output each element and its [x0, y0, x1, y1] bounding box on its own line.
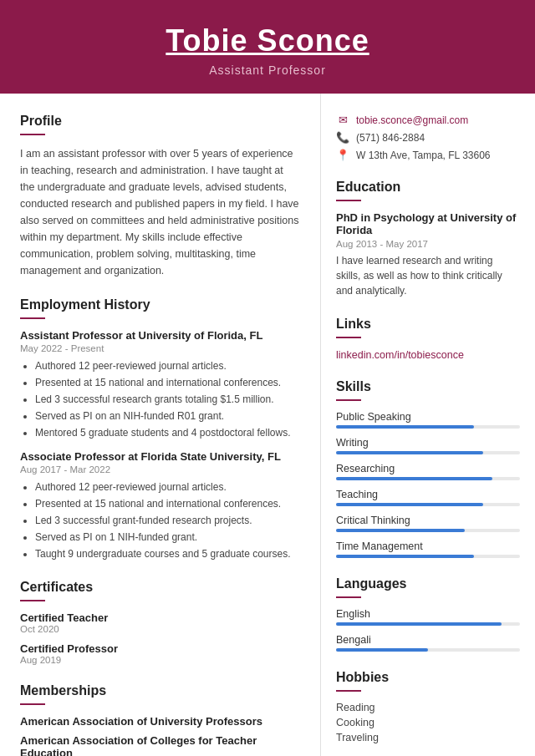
job-2: Associate Professor at Florida State Uni… [20, 450, 300, 561]
memberships-title: Memberships [20, 683, 300, 698]
skill-bar-bg [336, 555, 520, 558]
phone-text: (571) 846-2884 [356, 132, 425, 144]
language-label: English [336, 608, 520, 620]
language-bar-bg [336, 648, 520, 652]
skill-bar-bg [336, 503, 520, 506]
skill-row: Researching [336, 463, 520, 480]
profile-text: I am an assistant professor with over 5 … [20, 145, 300, 279]
phone-icon: 📞 [336, 131, 349, 144]
certificates-divider [20, 600, 45, 601]
links-section: Links linkedin.com/in/tobiesconce [336, 317, 520, 361]
skill-bar-fill [336, 425, 474, 429]
membership-1: American Association of University Profe… [20, 715, 300, 728]
language-bar-fill [336, 622, 502, 626]
hobbies-section: Hobbies ReadingCookingTraveling [336, 670, 520, 743]
list-item: Led 3 successful grant-funded research p… [35, 513, 300, 528]
profile-title: Profile [20, 114, 300, 129]
skill-label: Writing [336, 437, 520, 449]
list-item: Presented at 15 national and internation… [35, 375, 300, 390]
language-row: English [336, 608, 520, 626]
job-1: Assistant Professor at University of Flo… [20, 329, 300, 440]
skill-row: Public Speaking [336, 411, 520, 429]
skill-row: Writing [336, 437, 520, 454]
list-item: Served as PI on an NIH-funded R01 grant. [35, 408, 300, 424]
language-bar-bg [336, 622, 520, 626]
employment-section: Employment History Assistant Professor a… [20, 297, 300, 561]
email-icon: ✉ [336, 114, 349, 126]
language-bar-fill [336, 648, 428, 652]
right-column: ✉ tobie.sconce@gmail.com 📞 (571) 846-288… [321, 94, 535, 756]
job-1-title: Assistant Professor at University of Flo… [20, 329, 300, 342]
skill-bar-fill [336, 555, 474, 558]
cert-1-name: Certified Teacher [20, 611, 300, 624]
left-column: Profile I am an assistant professor with… [0, 94, 321, 756]
header: Tobie Sconce Assistant Professor [0, 0, 535, 94]
skill-label: Time Management [336, 540, 520, 552]
hobby-item: Cooking [336, 717, 520, 728]
languages-list: English Bengali [336, 608, 520, 652]
skill-row: Teaching [336, 489, 520, 506]
list-item: Mentored 5 graduate students and 4 postd… [35, 425, 300, 440]
certificates-section: Certificates Certified Teacher Oct 2020 … [20, 580, 300, 665]
cert-2-date: Aug 2019 [20, 655, 300, 665]
profile-section: Profile I am an assistant professor with… [20, 114, 300, 279]
link-1: linkedin.com/in/tobiesconce [336, 348, 520, 361]
linkedin-link[interactable]: linkedin.com/in/tobiesconce [336, 349, 464, 361]
contact-section: ✉ tobie.sconce@gmail.com 📞 (571) 846-288… [336, 114, 520, 161]
certificates-title: Certificates [20, 580, 300, 595]
employment-title: Employment History [20, 297, 300, 312]
list-item: Served as PI on 1 NIH-funded grant. [35, 530, 300, 545]
skill-label: Public Speaking [336, 411, 520, 423]
job-2-title: Associate Professor at Florida State Uni… [20, 450, 300, 463]
skills-section: Skills Public Speaking Writing Researchi… [336, 379, 520, 558]
list-item: Presented at 15 national and internation… [35, 496, 300, 511]
employment-divider [20, 317, 45, 319]
skill-bar-bg [336, 451, 520, 454]
header-title: Assistant Professor [17, 63, 518, 77]
hobby-item: Traveling [336, 732, 520, 743]
body-container: Profile I am an assistant professor with… [0, 94, 535, 756]
cert-1-date: Oct 2020 [20, 624, 300, 634]
cert-2: Certified Professor Aug 2019 [20, 642, 300, 665]
skill-bar-fill [336, 503, 483, 506]
skill-label: Researching [336, 463, 520, 474]
contact-phone: 📞 (571) 846-2884 [336, 131, 520, 144]
hobby-item: Reading [336, 702, 520, 713]
header-name: Tobie Sconce [17, 23, 518, 58]
hobbies-list: ReadingCookingTraveling [336, 702, 520, 743]
hobbies-title: Hobbies [336, 670, 520, 685]
language-row: Bengali [336, 634, 520, 652]
memberships-divider [20, 703, 45, 705]
skills-divider [336, 399, 361, 401]
job-1-dates: May 2022 - Present [20, 343, 300, 353]
education-divider [336, 200, 361, 201]
skill-bar-fill [336, 451, 483, 454]
edu-text: I have learned research and writing skil… [336, 253, 520, 298]
cert-2-name: Certified Professor [20, 642, 300, 655]
job-2-bullets: Authored 12 peer-reviewed journal articl… [20, 479, 300, 561]
job-1-bullets: Authored 12 peer-reviewed journal articl… [20, 358, 300, 440]
list-item: Authored 12 peer-reviewed journal articl… [35, 479, 300, 495]
languages-divider [336, 596, 361, 598]
skill-bar-fill [336, 477, 492, 480]
education-section: Education PhD in Psychology at Universit… [336, 180, 520, 298]
contact-address: 📍 W 13th Ave, Tampa, FL 33606 [336, 149, 520, 161]
links-title: Links [336, 317, 520, 332]
list-item: Taught 9 undergraduate courses and 5 gra… [35, 546, 300, 561]
links-divider [336, 337, 361, 338]
job-2-dates: Aug 2017 - Mar 2022 [20, 464, 300, 474]
skills-title: Skills [336, 379, 520, 394]
edu-degree: PhD in Psychology at University of Flori… [336, 211, 520, 236]
language-label: Bengali [336, 634, 520, 646]
skill-bar-fill [336, 529, 465, 532]
education-title: Education [336, 180, 520, 195]
skill-bar-bg [336, 529, 520, 532]
skill-row: Time Management [336, 540, 520, 558]
location-icon: 📍 [336, 149, 349, 161]
email-link[interactable]: tobie.sconce@gmail.com [356, 114, 468, 126]
hobbies-divider [336, 690, 361, 692]
skill-bar-bg [336, 425, 520, 429]
memberships-section: Memberships American Association of Univ… [20, 683, 300, 756]
skill-bar-bg [336, 477, 520, 480]
skill-row: Critical Thinking [336, 515, 520, 532]
